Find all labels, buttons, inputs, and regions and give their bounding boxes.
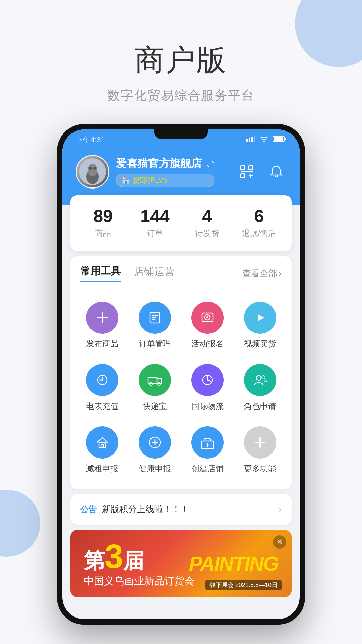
page-subtitle: 数字化贸易综合服务平台: [0, 87, 362, 104]
scan-button[interactable]: [237, 162, 257, 182]
tool-order-mgmt[interactable]: 订单管理: [128, 295, 181, 357]
battery-icon: [273, 136, 286, 144]
tool-video-sell[interactable]: 视频卖货: [234, 295, 286, 357]
tool-health-icon: [139, 426, 171, 459]
stat-pending-label: 待发货: [181, 228, 233, 239]
stat-refund-label: 退款/售后: [233, 228, 285, 239]
tab-common-tools[interactable]: 常用工具: [80, 264, 121, 282]
tools-grid: 发布商品 订单管理 活动报名: [70, 288, 292, 489]
store-info: 爱喜猫官方旗舰店 ⇌ 🏪 货郎担LV5: [116, 156, 214, 187]
tool-create-icon: [191, 426, 224, 459]
svg-rect-1: [249, 138, 250, 142]
svg-point-26: [206, 316, 208, 318]
tool-activity[interactable]: 活动报名: [181, 295, 234, 357]
tool-more-icon: [244, 426, 276, 459]
stats-card: 89 商品 144 订单 4 待发货 6 退款/售后: [70, 195, 292, 251]
tool-create-store[interactable]: 创建店铺: [181, 420, 234, 482]
svg-rect-30: [148, 377, 157, 383]
tool-logistics[interactable]: 国际物流: [181, 357, 234, 420]
tool-more[interactable]: 更多功能: [234, 420, 286, 482]
svg-point-10: [89, 167, 92, 170]
stat-orders[interactable]: 144 订单: [129, 207, 181, 239]
tool-express-label: 快递宝: [143, 401, 167, 412]
store-name-row: 爱喜猫官方旗舰店 ⇌: [116, 156, 214, 171]
badge-icon: 🏪: [122, 176, 130, 184]
banner-subtitle: 中国义乌画业新品订货会: [84, 574, 194, 588]
page-title: 商户版: [0, 40, 362, 80]
notice-bar[interactable]: 公告 新版积分上线啦！！！ ›: [70, 494, 292, 525]
tool-logistics-label: 国际物流: [191, 401, 224, 412]
svg-rect-13: [249, 166, 253, 170]
bell-button[interactable]: [266, 162, 286, 182]
banner[interactable]: 第3届 中国义乌画业新品订货会 PAINTING ✕ 线下展会 2021.8.8…: [70, 530, 292, 597]
phone-notch: [154, 129, 208, 139]
tool-publish-label: 发布商品: [86, 338, 118, 349]
tool-rent-icon: [86, 426, 118, 459]
tool-meter-label: 电表充值: [86, 401, 118, 412]
stat-refund-number: 6: [233, 207, 285, 225]
tool-create-label: 创建店铺: [191, 463, 224, 474]
phone-wrapper: 下午4:31: [0, 124, 362, 625]
stat-refund[interactable]: 6 退款/售后: [233, 207, 285, 239]
banner-painting-text: PAINTING: [189, 552, 278, 575]
tool-role-label: 角色申请: [244, 401, 276, 412]
tool-rent-label: 减租申报: [86, 463, 118, 474]
stat-pending-number: 4: [181, 207, 233, 225]
stat-products-label: 商品: [77, 228, 129, 239]
notice-text: 新版积分上线啦！！！: [102, 503, 273, 515]
chevron-right-icon: ›: [279, 268, 282, 279]
tool-role[interactable]: 角色申请: [234, 357, 286, 420]
store-name: 爱喜猫官方旗舰店: [116, 156, 202, 171]
signal-icon: [246, 136, 255, 144]
svg-rect-14: [241, 174, 245, 178]
tab-store-ops[interactable]: 店铺运营: [134, 265, 174, 282]
stat-products[interactable]: 89 商品: [77, 207, 129, 239]
svg-rect-12: [241, 166, 245, 170]
tool-health[interactable]: 健康申报: [128, 420, 181, 482]
banner-title: 第3届: [84, 539, 144, 573]
tool-publish-icon: [86, 302, 118, 334]
svg-point-36: [256, 376, 261, 380]
svg-point-9: [88, 164, 97, 176]
tool-publish-product[interactable]: 发布商品: [76, 295, 128, 357]
tool-logistics-icon: [191, 364, 224, 396]
tool-rent[interactable]: 减租申报: [76, 420, 128, 482]
tool-video-label: 视频卖货: [244, 338, 276, 349]
svg-point-11: [93, 167, 96, 170]
tool-express[interactable]: 快递宝: [128, 357, 181, 420]
wifi-icon: [259, 135, 269, 145]
svg-line-35: [207, 380, 211, 381]
tool-activity-label: 活动报名: [191, 338, 224, 349]
banner-close-button[interactable]: ✕: [273, 535, 286, 549]
stat-orders-label: 订单: [129, 228, 181, 239]
badge-label: 货郎担LV5: [133, 175, 168, 185]
switch-store-icon[interactable]: ⇌: [206, 158, 214, 169]
phone-frame: 下午4:31: [57, 124, 305, 625]
stat-pending[interactable]: 4 待发货: [181, 207, 233, 239]
tool-video-icon: [244, 302, 276, 334]
tool-more-label: 更多功能: [244, 463, 276, 474]
tool-order-icon: [139, 302, 171, 334]
store-badge: 🏪 货郎担LV5: [116, 174, 214, 187]
header-left: 爱喜猫官方旗舰店 ⇌ 🏪 货郎担LV5: [76, 155, 214, 189]
stat-products-number: 89: [77, 207, 129, 225]
svg-rect-6: [285, 138, 286, 140]
tool-order-label: 订单管理: [139, 338, 171, 349]
tool-health-label: 健康申报: [139, 463, 171, 474]
tab-view-all[interactable]: 查看全部 ›: [242, 268, 282, 279]
status-icons: [246, 135, 286, 145]
page-header: 商户版 数字化贸易综合服务平台: [0, 0, 362, 124]
avatar-image: [77, 156, 108, 187]
notice-tag: 公告: [80, 504, 97, 515]
tool-express-icon: [139, 364, 171, 396]
svg-rect-2: [251, 137, 253, 142]
phone-screen: 下午4:31: [62, 129, 300, 619]
svg-rect-3: [254, 136, 255, 142]
avatar: [76, 155, 109, 189]
svg-point-37: [262, 376, 265, 379]
tabs-row: 常用工具 店铺运营 查看全部 ›: [70, 256, 292, 288]
tool-meter[interactable]: 电表充值: [76, 357, 128, 420]
tool-activity-icon: [191, 302, 224, 334]
svg-point-29: [101, 379, 103, 381]
notice-arrow-icon: ›: [279, 504, 282, 515]
